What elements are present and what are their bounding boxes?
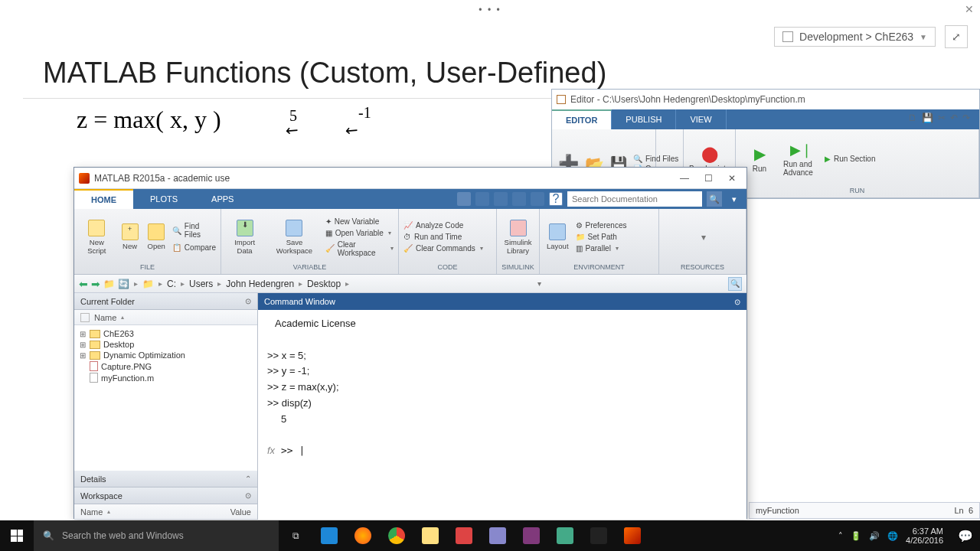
run-advance-button[interactable]: ▶❘Run and Advance bbox=[783, 142, 818, 177]
tab-editor[interactable]: EDITOR bbox=[552, 109, 612, 129]
quick-icon[interactable] bbox=[512, 192, 526, 206]
quick-icon[interactable]: 💾 bbox=[922, 112, 933, 123]
clock[interactable]: 6:37 AM 4/26/2016 bbox=[906, 527, 943, 545]
cortana-search[interactable]: 🔍 Search the web and Windows bbox=[34, 520, 279, 551]
matlab-titlebar[interactable]: MATLAB R2015a - academic use — ☐ ✕ bbox=[74, 168, 746, 189]
explorer-icon[interactable] bbox=[413, 520, 447, 551]
fullscreen-button[interactable]: ⤢ bbox=[945, 25, 968, 48]
quick-icon[interactable]: 🗋 bbox=[908, 112, 917, 123]
quick-icon[interactable]: ↷ bbox=[962, 112, 970, 123]
nav-back-icon[interactable]: ⬅ bbox=[79, 278, 88, 290]
tray-chevron-icon[interactable]: ˄ bbox=[838, 531, 843, 541]
open-button[interactable]: Open bbox=[145, 223, 168, 250]
tree-folder[interactable]: ⊞Desktop bbox=[79, 339, 253, 350]
clear-commands-button[interactable]: 🧹 Clear Commands ▾ bbox=[403, 243, 483, 253]
quick-icon[interactable]: ↶ bbox=[950, 112, 958, 123]
notifications-icon[interactable]: 💬 bbox=[951, 520, 980, 551]
tab-home[interactable]: HOME bbox=[74, 189, 133, 209]
workspace-header[interactable]: Workspace ⊙ bbox=[74, 487, 257, 504]
name-column-header[interactable]: Name ▴ bbox=[74, 310, 257, 325]
layout-button[interactable]: Layout bbox=[544, 223, 571, 250]
matlab-title-text: MATLAB R2015a - academic use bbox=[94, 173, 230, 184]
chrome-icon[interactable] bbox=[380, 520, 413, 551]
editor-titlebar[interactable]: Editor - C:\Users\John Hedengren\Desktop… bbox=[552, 90, 979, 109]
run-and-time-button[interactable]: ⏱ Run and Time bbox=[403, 232, 483, 242]
snip-icon[interactable] bbox=[481, 520, 514, 551]
onenote-breadcrumb[interactable]: Development > ChE263 ▼ bbox=[774, 27, 936, 47]
new-variable-button[interactable]: ✦ New Variable bbox=[325, 217, 394, 227]
search-icon: 🔍 bbox=[43, 530, 54, 541]
preferences-button[interactable]: ⚙ Preferences bbox=[576, 220, 627, 230]
command-window-header[interactable]: Command Window ⊙ bbox=[258, 293, 746, 310]
open-variable-button[interactable]: ▦ Open Variable ▾ bbox=[325, 228, 394, 238]
current-folder-header[interactable]: Current Folder ⊙ bbox=[74, 293, 257, 310]
file-tree: ⊞ChE263 ⊞Desktop ⊞Dynamic Optimization C… bbox=[74, 325, 257, 386]
battery-icon[interactable]: 🔋 bbox=[851, 531, 861, 541]
import-data-button[interactable]: ⬇Import Data bbox=[226, 220, 263, 255]
folder-refresh-icon[interactable]: 🔄 bbox=[118, 279, 129, 289]
tree-folder[interactable]: ⊞ChE263 bbox=[79, 328, 253, 339]
quick-icon[interactable]: ✂ bbox=[938, 112, 946, 123]
dropdown-icon[interactable]: ▾ bbox=[727, 191, 742, 207]
quick-icon[interactable] bbox=[475, 192, 489, 206]
fx-icon[interactable]: fx bbox=[267, 445, 275, 456]
simulink-library-button[interactable]: Simulink Library bbox=[501, 220, 534, 255]
search-documentation-input[interactable] bbox=[567, 191, 702, 207]
close-button[interactable]: ✕ bbox=[728, 173, 736, 184]
arrow-icon: ↙ bbox=[282, 119, 303, 141]
search-button[interactable]: 🔍 bbox=[707, 191, 722, 207]
tree-file[interactable]: myFunction.m bbox=[79, 372, 253, 383]
tree-folder[interactable]: ⊞Dynamic Optimization bbox=[79, 350, 253, 360]
volume-icon[interactable]: 🔊 bbox=[869, 531, 880, 541]
onenote-icon[interactable] bbox=[514, 520, 548, 551]
command-window[interactable]: Academic License >> x = 5; >> y = -1; >>… bbox=[258, 310, 746, 520]
matlab-taskbar-icon[interactable] bbox=[616, 520, 649, 551]
tab-apps[interactable]: APPS bbox=[194, 189, 250, 209]
maximize-button[interactable]: ☐ bbox=[704, 173, 713, 184]
set-path-button[interactable]: 📁 Set Path bbox=[576, 232, 627, 242]
path-segment[interactable]: John Hedengren bbox=[226, 279, 294, 289]
save-workspace-button[interactable]: Save Workspace bbox=[268, 220, 320, 255]
quick-icon[interactable] bbox=[531, 192, 544, 206]
find-files-button[interactable]: 🔍 Find Files bbox=[172, 221, 216, 240]
details-header[interactable]: Details ⌃ bbox=[74, 471, 257, 487]
tab-view[interactable]: VIEW bbox=[676, 109, 726, 129]
panel-collapse-icon[interactable]: ⊙ bbox=[245, 297, 251, 305]
workspace-columns[interactable]: Name ▴ Value bbox=[74, 504, 257, 520]
edge-icon[interactable] bbox=[312, 520, 346, 551]
app-icon[interactable] bbox=[447, 520, 481, 551]
nav-forward-icon[interactable]: ➡ bbox=[91, 278, 100, 290]
app-icon[interactable] bbox=[548, 520, 582, 551]
parallel-button[interactable]: ▥ Parallel ▾ bbox=[576, 243, 627, 253]
compare-button[interactable]: 📋 Compare bbox=[172, 243, 216, 253]
network-icon[interactable]: 🌐 bbox=[887, 531, 898, 541]
cortana-placeholder: Search the web and Windows bbox=[62, 530, 184, 541]
firefox-icon[interactable] bbox=[346, 520, 380, 551]
close-icon[interactable]: ✕ bbox=[965, 3, 974, 15]
new-script-button[interactable]: New Script bbox=[79, 220, 115, 255]
editor-tabstrip: EDITOR PUBLISH VIEW 🗋 💾 ✂ ↶ ↷ bbox=[552, 109, 979, 129]
path-segment[interactable]: C: bbox=[167, 279, 176, 289]
panel-collapse-icon[interactable]: ⊙ bbox=[245, 491, 251, 500]
tab-publish[interactable]: PUBLISH bbox=[612, 109, 676, 129]
help-icon[interactable]: ? bbox=[549, 192, 563, 206]
quick-icon[interactable] bbox=[457, 192, 471, 206]
path-segment[interactable]: Users bbox=[189, 279, 213, 289]
clear-workspace-button[interactable]: 🧹 Clear Workspace ▾ bbox=[325, 240, 394, 258]
start-button[interactable] bbox=[0, 520, 34, 551]
task-view-icon[interactable]: ⧉ bbox=[279, 520, 312, 551]
tab-plots[interactable]: PLOTS bbox=[133, 189, 194, 209]
new-button[interactable]: +New bbox=[119, 223, 141, 250]
chevron-up-icon[interactable]: ⌃ bbox=[245, 474, 251, 483]
panel-menu-icon[interactable]: ⊙ bbox=[734, 298, 740, 306]
quick-icon[interactable] bbox=[494, 192, 508, 206]
path-search-icon[interactable]: 🔍 bbox=[728, 277, 742, 291]
tree-file[interactable]: Capture.PNG bbox=[79, 360, 253, 372]
terminal-icon[interactable] bbox=[582, 520, 616, 551]
run-section-button[interactable]: ▶ Run Section bbox=[825, 155, 875, 163]
folder-up-icon[interactable]: 📁 bbox=[103, 279, 115, 289]
variable-group-label: VARIABLE bbox=[226, 262, 394, 271]
path-segment[interactable]: Desktop bbox=[307, 279, 341, 289]
minimize-button[interactable]: — bbox=[680, 173, 689, 184]
analyze-code-button[interactable]: 📈 Analyze Code bbox=[403, 220, 483, 230]
